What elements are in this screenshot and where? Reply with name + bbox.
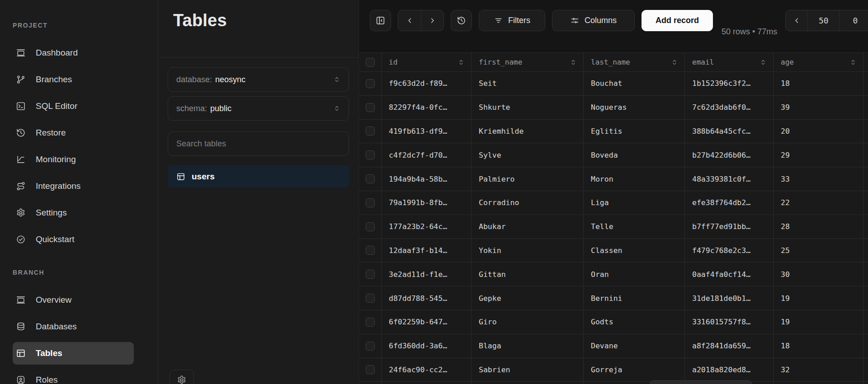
table-cell[interactable]: 28 xyxy=(774,215,863,239)
row-checkbox[interactable] xyxy=(366,342,375,351)
sort-icon[interactable] xyxy=(671,59,678,66)
prev-page-button[interactable] xyxy=(786,10,807,31)
sidebar-item-overview[interactable]: Overview xyxy=(13,289,134,311)
column-header-email[interactable]: email xyxy=(685,53,774,72)
table-cell[interactable]: Telle xyxy=(584,215,685,239)
table-cell[interactable]: Nogueras xyxy=(584,96,685,120)
row-checkbox[interactable] xyxy=(366,126,375,136)
sidebar-item-quickstart[interactable]: Quickstart xyxy=(13,228,134,251)
back-button[interactable] xyxy=(398,10,421,31)
horizontal-scrollbar[interactable] xyxy=(650,380,752,384)
table-cell[interactable]: Devane xyxy=(584,334,685,358)
row-checkbox[interactable] xyxy=(366,318,375,327)
collapse-panel-button[interactable] xyxy=(370,10,391,31)
table-cell[interactable]: Sylve xyxy=(472,143,584,167)
table-cell[interactable]: Abukar xyxy=(472,215,584,239)
table-cell[interactable]: 3316015757f8… xyxy=(685,310,774,334)
sort-icon[interactable] xyxy=(458,59,465,66)
table-cell[interactable]: Seit xyxy=(472,72,584,96)
select-all-checkbox[interactable] xyxy=(366,58,375,67)
table-cell[interactable]: 6fd360dd-3a6… xyxy=(382,334,472,358)
table-cell[interactable]: 24f6ac90-cc2… xyxy=(382,358,472,382)
table-cell[interactable]: 31de181de0b1… xyxy=(685,286,774,310)
table-cell[interactable]: 1b152396c3f2… xyxy=(685,72,774,96)
table-cell[interactable]: 18 xyxy=(774,72,863,96)
table-cell[interactable]: Bernini xyxy=(584,286,685,310)
table-cell[interactable]: 12daaf3f-b14… xyxy=(382,239,472,263)
row-checkbox[interactable] xyxy=(366,294,375,303)
row-checkbox[interactable] xyxy=(366,150,375,159)
row-checkbox[interactable] xyxy=(366,246,375,255)
table-cell[interactable]: b7ff77ed91bb… xyxy=(685,215,774,239)
table-cell[interactable]: 19 xyxy=(774,310,863,334)
row-checkbox[interactable] xyxy=(366,174,375,183)
row-checkbox[interactable] xyxy=(366,270,375,279)
sidebar-item-roles[interactable]: Roles xyxy=(13,369,134,384)
table-cell[interactable]: Sabrien xyxy=(472,358,584,382)
table-cell[interactable]: Eglitis xyxy=(584,120,685,144)
add-record-button[interactable]: Add record xyxy=(642,10,713,31)
sidebar-item-databases[interactable]: Databases xyxy=(13,315,134,338)
table-cell[interactable]: a8f2841da659… xyxy=(685,334,774,358)
table-cell[interactable]: Moron xyxy=(584,167,685,191)
table-cell[interactable]: efe38f764db2… xyxy=(685,191,774,215)
table-cell[interactable]: 388b64a45cfc… xyxy=(685,120,774,144)
sidebar-item-dashboard[interactable]: Dashboard xyxy=(13,42,134,64)
row-checkbox[interactable] xyxy=(366,365,375,374)
table-cell[interactable]: Gepke xyxy=(472,286,584,310)
table-cell[interactable]: Corradino xyxy=(472,191,584,215)
table-cell[interactable]: 19 xyxy=(774,286,863,310)
table-cell[interactable]: d87dd788-545… xyxy=(382,286,472,310)
schema-select[interactable]: schema: public xyxy=(168,96,349,121)
table-cell[interactable]: Shkurte xyxy=(472,96,584,120)
table-cell[interactable]: Palmiero xyxy=(472,167,584,191)
table-cell[interactable]: 0aaf4fa0cf14… xyxy=(685,262,774,286)
table-cell[interactable]: Gittan xyxy=(472,262,584,286)
table-cell[interactable]: Classen xyxy=(584,239,685,263)
history-button[interactable] xyxy=(451,10,472,31)
row-checkbox[interactable] xyxy=(366,198,375,207)
table-cell[interactable]: 194a9b4a-58b… xyxy=(382,167,472,191)
column-header-id[interactable]: id xyxy=(382,53,472,72)
table-cell[interactable]: 30 xyxy=(774,262,863,286)
sidebar-item-settings[interactable]: Settings xyxy=(13,201,134,224)
table-cell[interactable]: Gorreja xyxy=(584,358,685,382)
sort-icon[interactable] xyxy=(760,59,767,66)
table-cell[interactable]: 82297f4a-0fc… xyxy=(382,96,472,120)
sort-icon[interactable] xyxy=(849,59,857,66)
sidebar-item-branches[interactable]: Branches xyxy=(13,68,134,91)
row-checkbox[interactable] xyxy=(366,222,375,231)
table-cell[interactable]: 48a339381c0f… xyxy=(685,167,774,191)
column-header-first_name[interactable]: first_name xyxy=(472,53,584,72)
forward-button[interactable] xyxy=(421,10,443,31)
table-cell[interactable]: 22 xyxy=(774,191,863,215)
filters-button[interactable]: Filters xyxy=(479,10,545,31)
page-offset-value[interactable]: 0 xyxy=(839,10,868,31)
column-header-last_name[interactable]: last_name xyxy=(584,53,685,72)
table-cell[interactable]: Giro xyxy=(472,310,584,334)
columns-button[interactable]: Columns xyxy=(552,10,635,31)
table-cell[interactable]: 33 xyxy=(774,167,863,191)
page-size-value[interactable]: 50 xyxy=(807,10,839,31)
table-cell[interactable]: 79a1991b-8fb… xyxy=(382,191,472,215)
table-cell[interactable]: 3e2ad11d-f1e… xyxy=(382,262,472,286)
table-cell[interactable]: 25 xyxy=(774,239,863,263)
panel-settings-button[interactable] xyxy=(170,370,194,384)
table-cell[interactable]: 177a23b2-64c… xyxy=(382,215,472,239)
table-cell[interactable]: Godts xyxy=(584,310,685,334)
database-select[interactable]: database: neosync xyxy=(168,67,349,92)
table-cell[interactable]: a2018a820ed8… xyxy=(685,358,774,382)
table-cell[interactable]: Yokin xyxy=(472,239,584,263)
table-cell[interactable] xyxy=(472,382,584,384)
table-cell[interactable]: Blaga xyxy=(472,334,584,358)
table-cell[interactable]: f479c768e2c3… xyxy=(685,239,774,263)
table-cell[interactable]: f9c63d2d-f89… xyxy=(382,72,472,96)
table-cell[interactable]: 20 xyxy=(774,120,863,144)
table-cell[interactable]: Oran xyxy=(584,262,685,286)
table-cell[interactable]: Bouchat xyxy=(584,72,685,96)
table-cell[interactable]: 39 xyxy=(774,96,863,120)
sidebar-item-integrations[interactable]: Integrations xyxy=(13,175,134,197)
table-cell[interactable]: 419fb613-df9… xyxy=(382,120,472,144)
table-cell[interactable]: Kriemhilde xyxy=(472,120,584,144)
table-cell[interactable] xyxy=(382,382,472,384)
